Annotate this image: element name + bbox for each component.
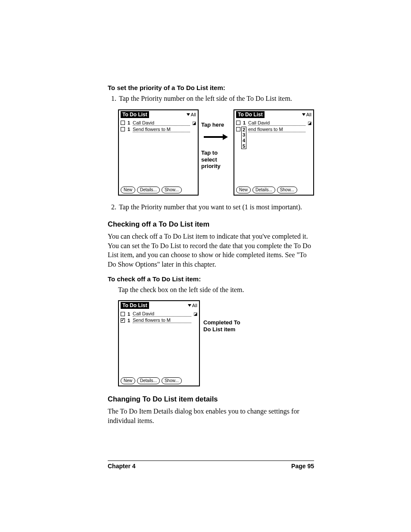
todo-row-checked[interactable]: ✔ 1 Send flowers to M xyxy=(121,317,197,324)
procedure-heading-check-off: To check off a To Do List item: xyxy=(108,275,314,283)
note-icon[interactable]: ◪ xyxy=(193,311,197,316)
show-button[interactable]: Show... xyxy=(162,187,182,193)
arrow-icon xyxy=(201,129,231,145)
note-icon[interactable]: ◪ xyxy=(192,121,196,125)
category-label: All xyxy=(191,112,196,117)
item-text[interactable]: Call David xyxy=(133,311,191,317)
priority-popup[interactable]: 2 3 4 5 xyxy=(241,127,246,149)
priority-number[interactable]: 1 xyxy=(127,127,131,132)
details-button[interactable]: Details... xyxy=(137,377,160,384)
chapter-label: Chapter 4 xyxy=(108,463,136,470)
procedure-heading-set-priority: To set the priority of a To Do List item… xyxy=(108,84,314,91)
palm-screen-right: To Do List All 1 Call David ◪ 1 end flow… xyxy=(234,109,314,196)
category-selector[interactable]: All xyxy=(188,303,197,308)
item-text[interactable]: end flowers to M xyxy=(248,127,305,132)
checkbox-icon[interactable] xyxy=(121,127,125,131)
todo-row[interactable]: 1 Call David ◪ xyxy=(236,120,311,126)
check-off-body: Tap the check box on the left side of th… xyxy=(118,285,314,295)
callout-tap-here: Tap here xyxy=(201,121,231,128)
palm-screen-left: To Do List All 1 Call David ◪ 1 Send flo… xyxy=(118,109,199,196)
step-2: Tap the Priority number that you want to… xyxy=(118,202,314,212)
set-priority-steps: Tap the Priority number on the left side… xyxy=(108,94,314,103)
dropdown-icon xyxy=(188,304,191,307)
details-button[interactable]: Details... xyxy=(252,187,275,193)
checkbox-icon[interactable] xyxy=(121,312,125,316)
step-1: Tap the Priority number on the left side… xyxy=(118,94,314,103)
app-title: To Do List xyxy=(121,302,149,309)
dropdown-icon xyxy=(187,113,190,116)
details-button[interactable]: Details... xyxy=(137,187,160,193)
figure-priority: To Do List All 1 Call David ◪ 1 Send flo… xyxy=(118,109,314,196)
item-text[interactable]: Call David xyxy=(133,120,190,126)
section-heading-checking: Checking off a To Do List item xyxy=(108,220,314,228)
priority-number[interactable]: 1 xyxy=(127,120,131,125)
todo-row[interactable]: 1 Call David ◪ xyxy=(121,311,197,317)
new-button[interactable]: New xyxy=(236,187,251,193)
category-label: All xyxy=(192,303,197,308)
priority-number[interactable]: 1 xyxy=(127,318,131,323)
priority-number[interactable]: 1 xyxy=(242,120,246,125)
new-button[interactable]: New xyxy=(121,377,135,384)
page-footer: Chapter 4 Page 95 xyxy=(108,460,314,470)
checkbox-icon[interactable] xyxy=(236,121,240,125)
show-button[interactable]: Show... xyxy=(162,377,182,384)
svg-marker-1 xyxy=(223,134,228,140)
new-button[interactable]: New xyxy=(121,187,135,193)
figure-completed: To Do List All 1 Call David ◪ ✔ 1 Send f… xyxy=(118,300,314,386)
priority-number[interactable]: 1 xyxy=(127,311,131,317)
category-selector[interactable]: All xyxy=(187,112,196,117)
set-priority-steps-cont: Tap the Priority number that you want to… xyxy=(108,202,314,212)
note-icon[interactable]: ◪ xyxy=(307,121,311,125)
callout-completed: Completed To Do List item xyxy=(203,319,242,333)
section-heading-changing: Changing To Do List item details xyxy=(108,395,314,403)
checkbox-checked-icon[interactable]: ✔ xyxy=(121,318,125,323)
item-text[interactable]: Send flowers to M xyxy=(133,317,191,323)
app-title: To Do List xyxy=(121,111,149,118)
app-title: To Do List xyxy=(236,111,265,118)
priority-option[interactable]: 2 xyxy=(243,127,245,133)
item-text[interactable]: Call David xyxy=(248,120,305,126)
priority-option[interactable]: 4 xyxy=(243,138,245,143)
todo-row[interactable]: 1 Call David ◪ xyxy=(121,120,196,126)
checkbox-icon[interactable] xyxy=(121,121,125,125)
priority-option[interactable]: 3 xyxy=(243,132,245,138)
checking-paragraph: You can check off a To Do List item to i… xyxy=(108,232,314,269)
item-text[interactable]: Send flowers to M xyxy=(133,127,190,132)
page: To set the priority of a To Do List item… xyxy=(0,0,411,532)
category-selector[interactable]: All xyxy=(302,112,311,117)
priority-option[interactable]: 5 xyxy=(243,143,245,149)
palm-screen-completed: To Do List All 1 Call David ◪ ✔ 1 Send f… xyxy=(118,300,200,386)
checkbox-icon[interactable] xyxy=(236,127,240,131)
dropdown-icon xyxy=(302,113,305,116)
callout-tap-select: Tap to select priority xyxy=(201,149,231,170)
page-number: Page 95 xyxy=(291,463,314,470)
todo-row[interactable]: 1 Send flowers to M xyxy=(121,126,196,133)
category-label: All xyxy=(306,112,311,117)
changing-paragraph: The To Do Item Details dialog box enable… xyxy=(108,407,314,425)
show-button[interactable]: Show... xyxy=(277,187,297,193)
todo-row[interactable]: 1 end flowers to M xyxy=(236,126,311,133)
